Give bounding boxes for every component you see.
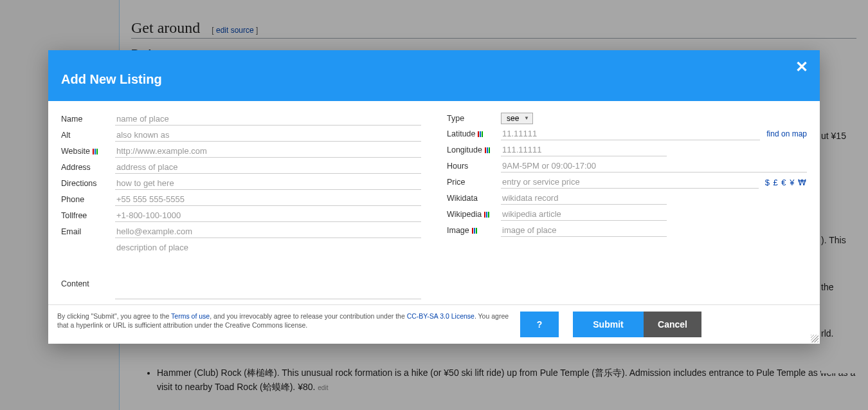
label-type: Type — [447, 114, 501, 123]
alt-field[interactable] — [115, 129, 421, 142]
cancel-button[interactable]: Cancel — [644, 312, 701, 337]
type-select-wrap[interactable]: see — [501, 113, 533, 124]
label-content: Content — [61, 241, 115, 299]
dialog-header: Add New Listing ✕ — [48, 50, 820, 101]
lang-icon[interactable] — [478, 131, 483, 137]
resize-handle[interactable] — [811, 335, 818, 342]
content-field[interactable] — [115, 241, 421, 299]
label-email: Email — [61, 227, 115, 236]
wikidata-field[interactable] — [501, 192, 667, 205]
label-directions: Directions — [61, 179, 115, 188]
dialog-body: Name Alt Website Address Directions — [48, 101, 820, 304]
cc-license-link[interactable]: CC-BY-SA 3.0 License — [407, 312, 475, 320]
label-wikidata: Wikidata — [447, 194, 501, 203]
terms-of-use-link[interactable]: Terms of use — [171, 312, 210, 320]
website-field[interactable] — [115, 145, 421, 158]
lang-icon[interactable] — [484, 212, 489, 218]
dialog-footer: By clicking "Submit", you agree to the T… — [48, 304, 820, 344]
form-column-left: Name Alt Website Address Directions — [61, 113, 421, 299]
label-hours: Hours — [447, 162, 501, 171]
add-listing-dialog: Add New Listing ✕ Name Alt Website Addre — [48, 50, 820, 344]
help-button[interactable]: ? — [520, 312, 559, 337]
label-alt: Alt — [61, 131, 115, 140]
label-image: Image — [447, 226, 501, 235]
lang-icon[interactable] — [93, 149, 98, 154]
license-text: By clicking "Submit", you agree to the T… — [57, 312, 520, 330]
close-icon[interactable]: ✕ — [795, 58, 808, 76]
form-column-right: Type see Latitude find on map Longitude — [447, 113, 807, 299]
label-address: Address — [61, 163, 115, 172]
label-phone: Phone — [61, 195, 115, 204]
price-field[interactable] — [501, 176, 759, 189]
latitude-field[interactable] — [501, 127, 760, 140]
label-latitude: Latitude — [447, 129, 501, 138]
dialog-buttons: ? Submit Cancel — [520, 312, 701, 337]
phone-field[interactable] — [115, 193, 421, 206]
image-field[interactable] — [501, 224, 667, 237]
label-tollfree: Tollfree — [61, 211, 115, 220]
address-field[interactable] — [115, 161, 421, 174]
tollfree-field[interactable] — [115, 209, 421, 222]
label-name: Name — [61, 115, 115, 124]
currency-shortcuts[interactable]: $ £ € ¥ ₩ — [765, 178, 807, 187]
label-price: Price — [447, 178, 501, 187]
email-field[interactable] — [115, 225, 421, 238]
name-field[interactable] — [115, 113, 421, 126]
directions-field[interactable] — [115, 177, 421, 190]
submit-button[interactable]: Submit — [573, 312, 644, 337]
lang-icon[interactable] — [472, 228, 477, 234]
lang-icon[interactable] — [485, 147, 490, 153]
hours-field[interactable] — [501, 160, 807, 172]
label-wikipedia: Wikipedia — [447, 210, 501, 219]
label-longitude: Longitude — [447, 145, 501, 154]
longitude-field[interactable] — [501, 144, 667, 156]
find-on-map-link[interactable]: find on map — [766, 129, 807, 138]
type-select[interactable]: see — [501, 113, 533, 124]
dialog-title: Add New Listing — [61, 72, 807, 87]
label-website: Website — [61, 147, 115, 156]
wikipedia-field[interactable] — [501, 208, 667, 221]
